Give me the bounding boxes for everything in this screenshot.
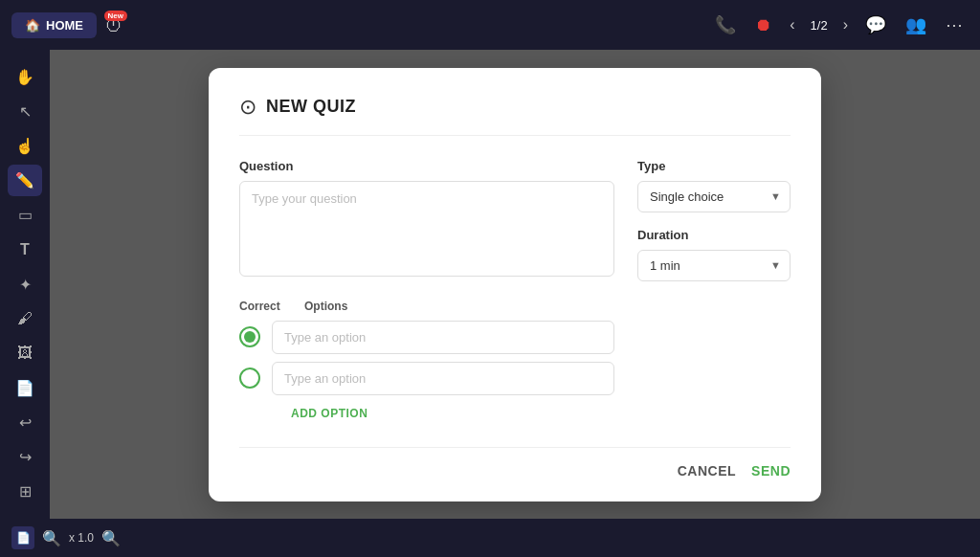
next-page-button[interactable]: › — [839, 12, 852, 37]
page-thumbnail[interactable]: 📄 — [11, 526, 34, 549]
pagination: 1/2 — [807, 18, 832, 33]
canvas-area: ⊙ NEW QUIZ Question Correct Options — [50, 50, 980, 519]
new-quiz-dialog: ⊙ NEW QUIZ Question Correct Options — [209, 68, 821, 501]
radio-option-2[interactable] — [239, 368, 260, 389]
people-button[interactable]: 👥 — [900, 11, 932, 39]
undo-tool[interactable]: ↩ — [8, 408, 42, 438]
radio-option-1[interactable] — [239, 326, 260, 347]
image-tool[interactable]: 🖼 — [8, 338, 42, 368]
option-input-2[interactable] — [272, 362, 614, 395]
type-select-wrapper: Single choice Multiple choice True/False… — [637, 181, 791, 212]
send-button[interactable]: SEND — [751, 463, 791, 479]
timer-badge: New — [104, 11, 127, 21]
hand-tool[interactable]: ✋ — [8, 61, 42, 92]
options-header: Correct Options — [239, 300, 614, 313]
sidebar: ✋ ↖ ☝ ✏️ ▭ T ✦ 🖌 🖼 📄 ↩ ↪ ⊞ — [0, 50, 50, 519]
dialog-right: Type Single choice Multiple choice True/… — [637, 159, 791, 424]
options-col-label: Options — [304, 300, 614, 313]
overlay: ⊙ NEW QUIZ Question Correct Options — [50, 50, 980, 519]
option-row-1 — [239, 321, 614, 354]
dialog-left: Question Correct Options — [239, 159, 614, 424]
zoom-out-button[interactable]: 🔍 — [42, 529, 61, 547]
grid-tool[interactable]: ⊞ — [8, 477, 42, 507]
quiz-icon: ⊙ — [239, 95, 256, 120]
prev-page-button[interactable]: ‹ — [786, 12, 798, 37]
home-button[interactable]: 🏠 HOME — [11, 12, 97, 38]
options-section: Correct Options ADD OPTION — [239, 300, 614, 424]
zoom-in-button[interactable]: 🔍 — [101, 529, 121, 547]
option-input-1[interactable] — [272, 321, 614, 354]
chat-button[interactable]: 💬 — [859, 11, 892, 39]
duration-label: Duration — [637, 228, 791, 242]
correct-col-label: Correct — [239, 300, 289, 313]
type-select[interactable]: Single choice Multiple choice True/False… — [637, 181, 791, 212]
more-button[interactable]: ⋯ — [940, 11, 969, 39]
duration-select-wrapper: 30 sec 1 min 2 min 5 min ▼ — [637, 250, 791, 281]
question-label: Question — [239, 159, 614, 173]
dialog-title: NEW QUIZ — [266, 97, 356, 117]
question-textarea[interactable] — [239, 181, 614, 277]
redo-tool[interactable]: ↪ — [8, 442, 42, 473]
add-option-button[interactable]: ADD OPTION — [239, 403, 368, 424]
zoom-level: x 1.0 — [69, 531, 94, 545]
select-tool[interactable]: ↖ — [8, 96, 42, 126]
house-icon: 🏠 — [25, 18, 40, 33]
effects-tool[interactable]: ✦ — [8, 269, 42, 300]
record-button[interactable]: ⏺ — [749, 11, 778, 39]
type-label: Type — [637, 159, 791, 173]
pdf-tool[interactable]: 📄 — [8, 372, 42, 403]
duration-select[interactable]: 30 sec 1 min 2 min 5 min — [637, 250, 791, 281]
duration-wrapper: Duration 30 sec 1 min 2 min 5 min ▼ — [637, 228, 791, 281]
timer-button[interactable]: ⏱ New — [104, 14, 123, 36]
text-tool[interactable]: T — [8, 234, 42, 265]
topbar: 🏠 HOME ⏱ New 📞 ⏺ ‹ 1/2 › 💬 👥 ⋯ — [0, 0, 980, 50]
option-row-2 — [239, 362, 614, 395]
dialog-header: ⊙ NEW QUIZ — [239, 95, 791, 136]
home-label: HOME — [46, 18, 83, 33]
dialog-footer: CANCEL SEND — [239, 447, 791, 479]
dialog-body: Question Correct Options — [239, 159, 791, 424]
cancel-button[interactable]: CANCEL — [678, 463, 736, 479]
bottombar: 📄 🔍 x 1.0 🔍 — [0, 519, 980, 557]
topbar-left: 🏠 HOME ⏱ New — [11, 12, 123, 38]
rectangle-tool[interactable]: ▭ — [8, 200, 42, 231]
pointer-tool[interactable]: ☝ — [8, 130, 42, 161]
topbar-right: 📞 ⏺ ‹ 1/2 › 💬 👥 ⋯ — [709, 11, 969, 39]
pen-tool[interactable]: ✏️ — [8, 165, 42, 195]
phone-button[interactable]: 📞 — [709, 11, 742, 39]
brush-tool[interactable]: 🖌 — [8, 303, 42, 334]
